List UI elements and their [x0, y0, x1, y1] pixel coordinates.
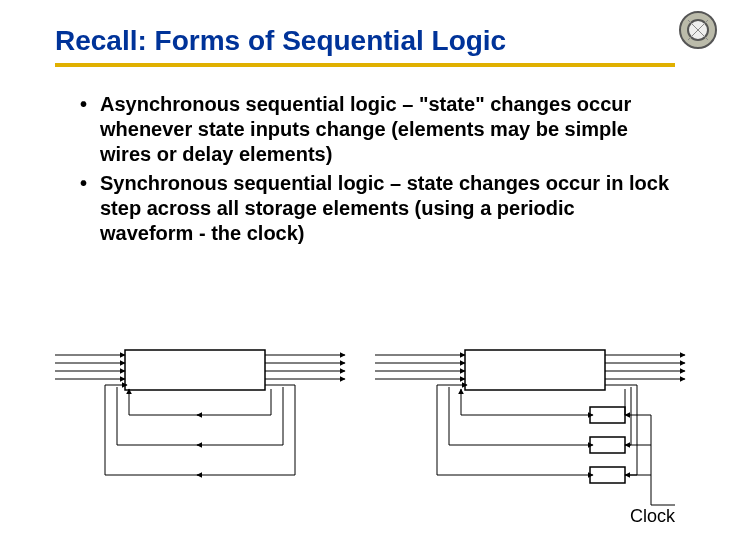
- svg-rect-2: [125, 350, 265, 390]
- svg-rect-37: [590, 467, 625, 483]
- list-item: • Synchronous sequential logic – state c…: [80, 171, 670, 246]
- slide: Recall: Forms of Sequential Logic • Asyn…: [0, 0, 730, 547]
- svg-rect-36: [590, 437, 625, 453]
- bullet-dot-icon: •: [80, 92, 100, 167]
- title-underline: [55, 63, 675, 67]
- bullet-list: • Asynchronous sequential logic – "state…: [80, 92, 670, 246]
- sync-diagram: [375, 350, 685, 505]
- seal-icon: [678, 10, 718, 50]
- svg-rect-26: [465, 350, 605, 390]
- bullet-text: Synchronous sequential logic – state cha…: [100, 171, 670, 246]
- list-item: • Asynchronous sequential logic – "state…: [80, 92, 670, 167]
- async-diagram: [55, 350, 345, 475]
- clock-label: Clock: [630, 506, 675, 527]
- svg-rect-35: [590, 407, 625, 423]
- bullet-text: Asynchronous sequential logic – "state" …: [100, 92, 670, 167]
- diagrams: [55, 335, 695, 525]
- slide-title: Recall: Forms of Sequential Logic: [55, 25, 690, 57]
- bullet-dot-icon: •: [80, 171, 100, 246]
